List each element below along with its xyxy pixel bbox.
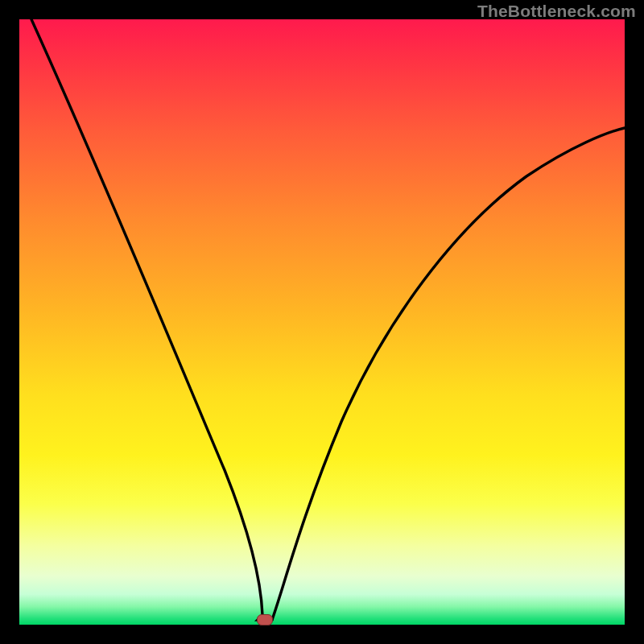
plot-area xyxy=(19,19,625,625)
watermark-text: TheBottleneck.com xyxy=(477,2,636,21)
chart-frame: TheBottleneck.com xyxy=(0,0,644,644)
curve-right-branch xyxy=(272,128,625,620)
optimal-point-marker xyxy=(257,614,273,625)
bottleneck-curve xyxy=(19,19,625,625)
curve-left-branch xyxy=(31,19,272,620)
